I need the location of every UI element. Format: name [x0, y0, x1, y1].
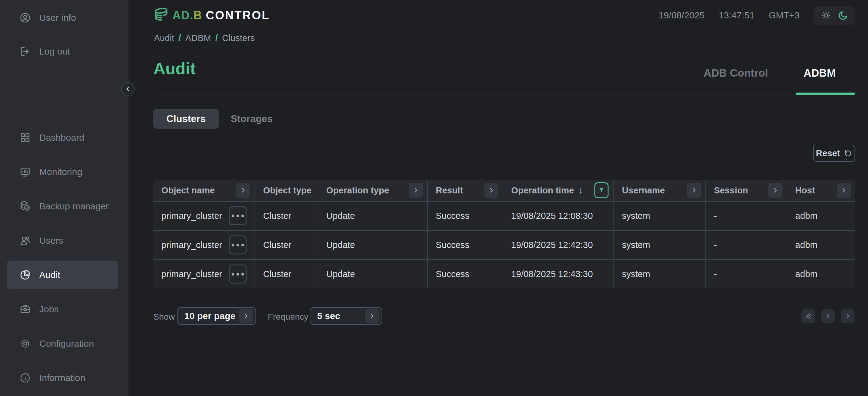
column-header-username: Username: [613, 180, 706, 201]
column-menu-button[interactable]: [768, 183, 782, 198]
row-actions-button[interactable]: [229, 265, 247, 284]
breadcrumb: Audit / ADBM / Clusters: [154, 33, 255, 43]
cell-operation-time: 19/08/2025 12:43:30: [503, 260, 613, 288]
theme-toggle: [814, 6, 856, 25]
frequency-dropdown[interactable]: 5 sec: [310, 307, 382, 325]
column-menu-button[interactable]: [837, 183, 851, 198]
column-menu-button[interactable]: [409, 183, 423, 198]
subtab-storages[interactable]: Storages: [231, 109, 273, 129]
breadcrumb-item-clusters[interactable]: Clusters: [222, 33, 255, 43]
sort-desc-icon[interactable]: ↓: [578, 185, 583, 196]
funnel-icon: [598, 187, 604, 193]
breadcrumb-item-audit[interactable]: Audit: [154, 33, 174, 43]
reset-button[interactable]: Reset: [813, 145, 855, 162]
sidebar-item-configuration[interactable]: Configuration: [7, 329, 118, 358]
logo-text-green: AD.: [173, 9, 193, 22]
prev-page-button[interactable]: [821, 309, 835, 323]
sidebar-item-label: Log out: [39, 46, 70, 57]
filter-active-button[interactable]: [594, 183, 609, 198]
monitoring-icon: [19, 166, 31, 178]
column-menu-button[interactable]: [236, 183, 250, 198]
users-icon: [19, 235, 31, 246]
cell-username: system: [613, 260, 706, 288]
sidebar-item-audit[interactable]: Audit: [7, 261, 118, 289]
sidebar-item-label: Configuration: [39, 338, 94, 349]
cell-object-name: primary_cluster: [153, 231, 255, 259]
clock-timezone: GMT+3: [769, 10, 800, 21]
gear-icon: [19, 338, 31, 350]
chevron-right-icon: [488, 187, 495, 194]
clock: 19/08/2025 13:47:51 GMT+3: [658, 6, 856, 25]
cell-result: Success: [427, 202, 503, 230]
backup-icon: [19, 200, 31, 212]
chevron-right-icon: [691, 187, 698, 194]
row-actions-button[interactable]: [229, 206, 247, 225]
row-actions-button[interactable]: [229, 235, 247, 254]
sidebar-item-label: Monitoring: [39, 167, 82, 177]
cell-object-type: Cluster: [255, 202, 318, 230]
page-title: Audit: [153, 59, 196, 78]
ellipsis-icon: [231, 273, 234, 275]
chevron-right-icon: [840, 187, 847, 194]
cell-operation-type: Update: [318, 231, 427, 259]
cell-operation-type: Update: [318, 260, 427, 288]
cell-host: adbm: [787, 231, 855, 259]
cell-operation-time: 19/08/2025 12:08:30: [503, 202, 613, 230]
table-row[interactable]: primary_cluster Cluster Update Success 1…: [153, 259, 855, 288]
sidebar-item-monitoring[interactable]: Monitoring: [7, 158, 118, 186]
next-page-button[interactable]: [841, 309, 855, 323]
cell-session: -: [706, 260, 787, 288]
cell-object-name: primary_cluster: [153, 202, 255, 230]
sun-icon[interactable]: [821, 10, 831, 21]
sidebar-item-user-info[interactable]: User info: [7, 8, 118, 27]
column-header-session: Session: [706, 180, 787, 201]
table-row[interactable]: primary_cluster Cluster Update Success 1…: [153, 230, 855, 259]
sidebar-item-information[interactable]: i Information: [7, 364, 118, 392]
double-chevron-left-icon: [805, 312, 812, 320]
breadcrumb-separator: /: [179, 33, 181, 43]
dropdown-chevron-button[interactable]: [365, 309, 379, 323]
sidebar-item-label: Dashboard: [39, 132, 84, 143]
cell-username: system: [613, 202, 706, 230]
moon-icon[interactable]: [838, 10, 848, 21]
active-tab-underline: [796, 93, 855, 95]
cell-result: Success: [427, 231, 503, 259]
cell-operation-time: 19/08/2025 12:42:30: [503, 231, 613, 259]
subtab-clusters[interactable]: Clusters: [153, 109, 219, 129]
cell-operation-type: Update: [318, 202, 427, 230]
chevron-right-icon: [412, 187, 419, 194]
sidebar-item-jobs[interactable]: Jobs: [7, 295, 118, 323]
sidebar-item-log-out[interactable]: Log out: [7, 42, 118, 61]
sidebar: User info Log out Dashboard Monitoring: [0, 0, 128, 396]
column-menu-button[interactable]: [687, 183, 701, 198]
table-row[interactable]: primary_cluster Cluster Update Success 1…: [153, 201, 855, 230]
database-logo-icon: [153, 7, 170, 24]
info-icon: i: [19, 372, 31, 384]
tab-adb-control[interactable]: ADB Control: [704, 67, 768, 79]
chevron-right-icon: [240, 187, 247, 194]
sidebar-item-backup-manager[interactable]: Backup manager: [7, 192, 118, 220]
tabs-divider: [153, 94, 855, 94]
sidebar-item-dashboard[interactable]: Dashboard: [7, 124, 118, 152]
column-menu-button[interactable]: [484, 183, 498, 198]
logo-text-control: CONTROL: [206, 9, 270, 22]
cell-object-name: primary_cluster: [153, 260, 255, 288]
column-header-object-name: Object name: [153, 180, 255, 201]
user-icon: [19, 12, 31, 24]
breadcrumb-item-adbm[interactable]: ADBM: [185, 33, 211, 43]
chevron-right-icon: [772, 187, 779, 194]
cell-host: adbm: [787, 260, 855, 288]
page-size-dropdown[interactable]: 10 per page: [177, 307, 256, 325]
ellipsis-icon: [231, 244, 234, 246]
svg-text:i: i: [24, 374, 27, 381]
sidebar-collapse-button[interactable]: [121, 82, 135, 96]
first-page-button[interactable]: [801, 309, 815, 323]
chevron-right-icon: [243, 313, 249, 319]
sidebar-item-label: Jobs: [39, 304, 59, 315]
cell-username: system: [613, 231, 706, 259]
frequency-label: Frequency: [268, 312, 308, 322]
tab-adbm[interactable]: ADBM: [804, 67, 836, 79]
reset-label: Reset: [816, 148, 840, 159]
dropdown-chevron-button[interactable]: [239, 309, 253, 323]
sidebar-item-users[interactable]: Users: [7, 227, 118, 255]
